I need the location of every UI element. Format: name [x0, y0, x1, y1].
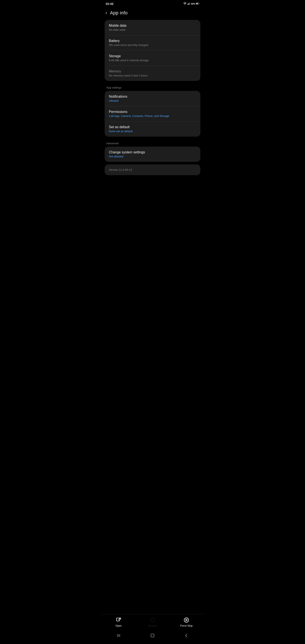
- status-bar: 10:42 49%: [102, 0, 203, 7]
- disable-icon: [150, 617, 156, 623]
- battery-icon: [196, 2, 200, 5]
- battery-percent: 49%: [191, 2, 196, 5]
- mobile-data-subtitle: No data used: [109, 28, 196, 31]
- bottom-actions-bar: Open Disable Force Stop: [102, 614, 203, 630]
- version-card: Version 11.0.40.13: [105, 164, 200, 175]
- notifications-subtitle: Allowed: [109, 99, 196, 102]
- status-time: 10:42: [106, 2, 114, 6]
- advanced-card: Change system settings Not allowed: [105, 146, 200, 162]
- permissions-subtitle: Call logs, Camera, Contacts, Phone, and …: [109, 114, 196, 118]
- usage-section-card: Mobile data No data used Battery 0% used…: [105, 20, 200, 81]
- version-text: Version 11.0.40.13: [109, 168, 196, 172]
- disable-label: Disable: [148, 624, 157, 627]
- set-as-default-item[interactable]: Set as default None set as default: [105, 122, 200, 137]
- permissions-title: Permissions: [109, 110, 196, 114]
- set-as-default-subtitle: None set as default: [109, 130, 196, 133]
- set-as-default-title: Set as default: [109, 125, 196, 129]
- svg-rect-4: [190, 2, 190, 5]
- storage-title: Storage: [109, 54, 196, 58]
- change-system-settings-subtitle: Not allowed: [109, 155, 196, 158]
- force-stop-icon: [184, 617, 189, 623]
- advanced-label: Advanced: [102, 139, 203, 146]
- open-label: Open: [116, 624, 122, 627]
- change-system-settings-item[interactable]: Change system settings Not allowed: [105, 146, 200, 162]
- svg-rect-6: [196, 3, 198, 4]
- back-button[interactable]: ‹: [106, 10, 107, 16]
- app-settings-card: Notifications Allowed Permissions Call l…: [105, 91, 200, 137]
- memory-item[interactable]: Memory No memory used in last 3 hours: [105, 66, 200, 81]
- back-nav-button[interactable]: [180, 632, 193, 640]
- app-settings-label: App settings: [102, 83, 203, 91]
- open-button[interactable]: Open: [102, 617, 136, 627]
- disable-button[interactable]: Disable: [136, 617, 170, 627]
- battery-item[interactable]: Battery 0% used since last fully charged: [105, 35, 200, 50]
- wifi-icon: [183, 2, 186, 5]
- permissions-item[interactable]: Permissions Call logs, Camera, Contacts,…: [105, 106, 200, 122]
- change-system-settings-title: Change system settings: [109, 150, 196, 154]
- home-button[interactable]: [146, 632, 159, 640]
- svg-point-0: [185, 4, 185, 5]
- storage-subtitle: 9.68 MB used in Internal storage: [109, 59, 196, 62]
- svg-rect-2: [188, 4, 188, 5]
- status-icons: 49%: [183, 2, 200, 5]
- open-icon: [116, 617, 122, 623]
- svg-rect-1: [188, 4, 188, 5]
- mobile-data-item[interactable]: Mobile data No data used: [105, 20, 200, 35]
- system-nav: [102, 630, 203, 644]
- svg-point-8: [150, 618, 154, 622]
- battery-subtitle: 0% used since last fully charged: [109, 44, 196, 46]
- svg-rect-3: [189, 3, 189, 5]
- notifications-title: Notifications: [109, 95, 196, 98]
- signal-icon: [187, 2, 190, 5]
- force-stop-button[interactable]: Force Stop: [170, 617, 203, 627]
- page-title: App info: [110, 10, 128, 16]
- recents-button[interactable]: [112, 632, 125, 640]
- svg-rect-15: [151, 634, 154, 637]
- notifications-item[interactable]: Notifications Allowed: [105, 91, 200, 106]
- content-area: Mobile data No data used Battery 0% used…: [102, 20, 203, 205]
- battery-title: Battery: [109, 39, 196, 43]
- memory-subtitle: No memory used in last 3 hours: [109, 74, 196, 77]
- force-stop-label: Force Stop: [180, 624, 193, 627]
- status-right: 49%: [183, 2, 200, 5]
- bottom-nav: Open Disable Force Stop: [102, 614, 203, 644]
- storage-item[interactable]: Storage 9.68 MB used in Internal storage: [105, 50, 200, 66]
- mobile-data-title: Mobile data: [109, 24, 196, 28]
- app-header: ‹ App info: [102, 7, 203, 20]
- version-item: Version 11.0.40.13: [105, 164, 200, 175]
- memory-title: Memory: [109, 70, 196, 73]
